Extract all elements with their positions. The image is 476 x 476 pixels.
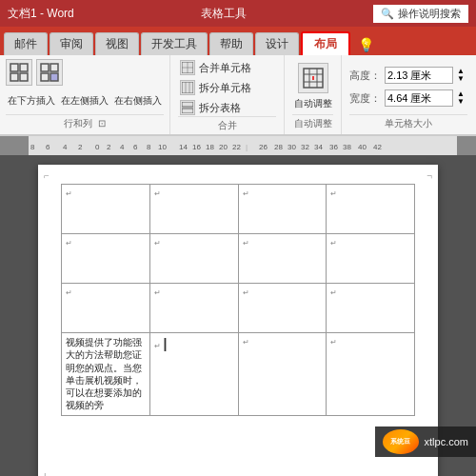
svg-text:20: 20 <box>219 143 228 151</box>
svg-text:26: 26 <box>259 143 268 151</box>
svg-text:22: 22 <box>232 143 241 151</box>
ribbon-group-insert: 在下方插入 在左侧插入 在右侧插入 行和列 ⊡ <box>0 55 170 134</box>
cursor: ↵ <box>243 338 249 347</box>
svg-rect-4 <box>41 64 49 71</box>
width-arrows[interactable]: ▲ ▼ <box>457 90 465 106</box>
table-cell[interactable]: ↵ <box>62 284 150 333</box>
table-cell[interactable]: ↵ <box>327 234 415 284</box>
merge-cells-label: 合并单元格 <box>199 61 251 75</box>
split-table-row[interactable]: 拆分表格 <box>178 99 276 116</box>
tab-help[interactable]: 帮助 <box>209 32 253 55</box>
title-bar: 文档1 - Word 表格工具 🔍 操作说明搜索 <box>0 0 476 27</box>
svg-text:36: 36 <box>329 143 338 151</box>
auto-adjust-button[interactable]: 自动调整 <box>294 97 332 110</box>
svg-rect-0 <box>10 64 18 71</box>
insert-icon-down <box>36 59 63 86</box>
cursor: ↵ <box>154 342 161 350</box>
table-cell[interactable]: ↵ <box>238 284 327 333</box>
corner-mark-br: ⌐ <box>426 472 432 476</box>
height-input[interactable] <box>385 67 453 84</box>
svg-text:18: 18 <box>206 143 214 151</box>
svg-rect-15 <box>182 109 193 113</box>
svg-rect-14 <box>182 102 193 107</box>
table-cell[interactable]: ↵ <box>149 234 238 284</box>
table-cell[interactable]: ↵ <box>238 333 327 416</box>
insert-left-button[interactable]: 在左侧插入 <box>59 88 110 114</box>
svg-text:32: 32 <box>301 143 309 151</box>
width-label: 宽度： <box>349 91 381 106</box>
table-tools-label: 表格工具 <box>201 7 247 20</box>
tab-view[interactable]: 视图 <box>95 32 139 55</box>
table-cell[interactable]: ↵ <box>327 284 415 333</box>
svg-text:8: 8 <box>30 143 35 151</box>
svg-text:10: 10 <box>158 143 167 151</box>
table-cell-text[interactable]: 视频提供了功能强大的方法帮助您证明您的观点。当您单击展机视频时，可以在想要添加的… <box>62 333 150 416</box>
cursor: ↵ <box>154 288 161 297</box>
svg-text:42: 42 <box>373 143 382 151</box>
split-cells-row[interactable]: 拆分单元格 <box>178 79 276 96</box>
insert-below-button[interactable]: 在下方插入 <box>6 88 57 114</box>
cursor: ↵ <box>243 239 249 248</box>
cursor: ↵ <box>66 288 72 297</box>
svg-text:0: 0 <box>95 143 100 151</box>
table-cell[interactable]: ↵ | <box>149 333 238 416</box>
table-cell[interactable]: ↵ <box>149 284 238 333</box>
table-cell[interactable]: ↵ <box>238 185 327 234</box>
ribbon-group-cell-size: 高度： ▲ ▼ 宽度： ▲ ▼ 单元格大小 <box>342 55 475 134</box>
svg-rect-1 <box>20 64 28 71</box>
width-input[interactable] <box>385 89 453 107</box>
height-label: 高度： <box>349 69 381 83</box>
app-title: 文档1 - Word <box>8 6 74 22</box>
insert-icon-up <box>6 59 32 86</box>
height-arrows[interactable]: ▲ ▼ <box>457 68 465 83</box>
tab-review[interactable]: 审阅 <box>50 32 93 55</box>
svg-text:16: 16 <box>192 143 201 151</box>
ribbon-group-auto: 自动调整 自动调整 <box>285 55 342 134</box>
table-row: ↵ ↵ ↵ ↵ <box>62 185 415 234</box>
table-cell[interactable]: ↵ <box>62 185 150 234</box>
cursor: ↵ <box>330 189 337 198</box>
svg-text:6: 6 <box>133 143 138 151</box>
svg-text:38: 38 <box>343 143 351 151</box>
group-label-auto: 自动调整 <box>292 114 333 130</box>
svg-text:28: 28 <box>274 143 283 151</box>
search-box[interactable]: 🔍 操作说明搜索 <box>373 5 468 23</box>
svg-text:|: | <box>246 143 248 151</box>
cursor: ↵ <box>154 189 161 198</box>
group-label-rows-cols: 行和列 ⊡ <box>6 114 164 130</box>
watermark-overlay: 系统豆 xtlpc.com <box>375 426 476 457</box>
table-cell[interactable]: ↵ <box>62 234 150 284</box>
group-label-cell-size: 单元格大小 <box>349 114 467 130</box>
svg-rect-5 <box>50 64 58 71</box>
cell-text-content: 视频提供了功能强大的方法帮助您证明您的观点。当您单击展机视频时，可以在想要添加的… <box>66 337 142 410</box>
svg-rect-7 <box>50 73 58 81</box>
cursor: ↵ <box>243 189 249 198</box>
svg-text:8: 8 <box>147 143 151 151</box>
split-table-label: 拆分表格 <box>199 101 241 115</box>
svg-rect-3 <box>20 73 28 81</box>
ribbon-group-merge: 合并单元格 拆分单元格 拆分表格 合并 <box>170 55 285 134</box>
cursor2: | <box>164 336 168 351</box>
svg-text:14: 14 <box>179 143 188 151</box>
group-label-merge: 合并 <box>178 116 276 132</box>
table-cell[interactable]: ↵ <box>238 234 327 284</box>
watermark-logo: 系统豆 <box>383 429 419 454</box>
split-cells-icon <box>180 80 195 95</box>
corner-mark-bl: L <box>44 472 50 476</box>
tab-layout[interactable]: 布局 <box>301 31 350 55</box>
tab-mail[interactable]: 邮件 <box>4 32 48 55</box>
svg-text:4: 4 <box>63 143 68 151</box>
table-cell[interactable]: ↵ <box>149 185 238 234</box>
cell-height-row: 高度： ▲ ▼ <box>349 67 467 84</box>
table-row: 视频提供了功能强大的方法帮助您证明您的观点。当您单击展机视频时，可以在想要添加的… <box>62 333 415 416</box>
table-row: ↵ ↵ ↵ ↵ <box>62 284 415 333</box>
table-cell[interactable]: ↵ <box>327 185 415 234</box>
tab-dev[interactable]: 开发工具 <box>141 32 208 55</box>
table-cell[interactable]: ↵ <box>327 333 415 416</box>
split-cells-label: 拆分单元格 <box>199 81 251 95</box>
insert-right-button[interactable]: 在右侧插入 <box>112 88 164 114</box>
merge-cells-row[interactable]: 合并单元格 <box>178 59 276 76</box>
table-row: ↵ ↵ ↵ ↵ <box>62 234 415 284</box>
tab-design[interactable]: 设计 <box>255 32 299 55</box>
corner-mark-tr: ¬ <box>426 170 432 181</box>
